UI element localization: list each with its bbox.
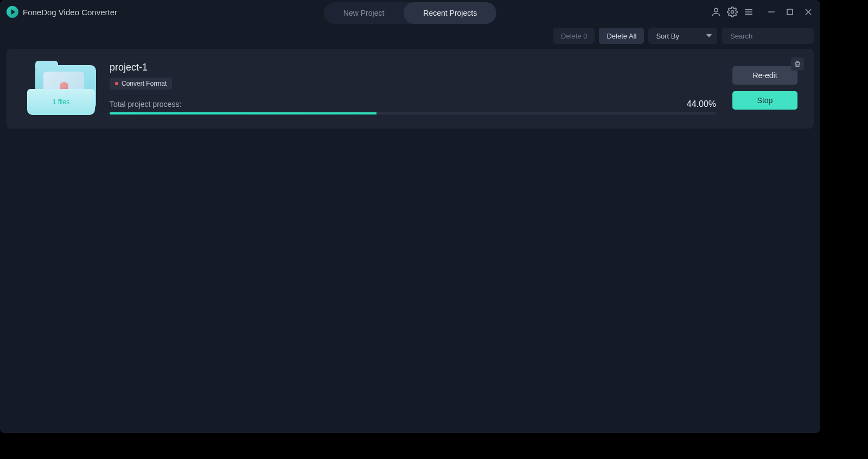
minimize-icon[interactable] (766, 7, 777, 17)
svg-point-0 (714, 8, 718, 12)
project-card: 1 files project-1 Convert Format Total p… (7, 49, 814, 129)
delete-all-button[interactable]: Delete All (599, 28, 644, 44)
account-icon[interactable] (711, 7, 722, 17)
tab-recent-projects[interactable]: Recent Projects (404, 2, 496, 24)
titlebar: FoneDog Video Converter New Project Rece… (0, 0, 820, 24)
main-tabs: New Project Recent Projects (324, 2, 496, 24)
reedit-button[interactable]: Re-edit (732, 66, 797, 85)
progress-label: Total project process: (110, 100, 181, 109)
svg-point-1 (731, 11, 734, 14)
maximize-icon[interactable] (784, 7, 795, 17)
tab-new-project[interactable]: New Project (324, 2, 404, 24)
app-title: FoneDog Video Converter (23, 8, 117, 17)
delete-project-button[interactable] (791, 58, 804, 71)
progress-fill (110, 112, 376, 114)
project-name: project-1 (110, 62, 716, 73)
toolbar: Delete 0 Delete All Sort By (0, 24, 820, 48)
svg-rect-6 (787, 9, 793, 15)
progress-bar (110, 112, 716, 114)
badge-label: Convert Format (122, 80, 167, 87)
app-logo-wrap: FoneDog Video Converter (7, 6, 117, 18)
sort-by-dropdown[interactable]: Sort By (648, 28, 717, 44)
delete-selected-button[interactable]: Delete 0 (553, 28, 595, 44)
files-count-label: 1 files (53, 98, 69, 106)
chevron-down-icon (706, 34, 712, 37)
project-thumbnail: 1 files (17, 61, 93, 115)
status-dot-icon (115, 82, 118, 85)
search-input[interactable] (730, 32, 820, 40)
progress-percent: 44.00% (687, 99, 716, 109)
app-window: FoneDog Video Converter New Project Rece… (0, 0, 820, 433)
close-icon[interactable] (803, 7, 814, 17)
stop-button[interactable]: Stop (732, 91, 797, 110)
app-logo-icon (7, 6, 18, 18)
project-type-badge: Convert Format (110, 78, 172, 90)
sort-by-label: Sort By (656, 32, 679, 40)
settings-icon[interactable] (727, 7, 738, 17)
menu-icon[interactable] (743, 7, 754, 17)
search-wrap (722, 28, 814, 44)
